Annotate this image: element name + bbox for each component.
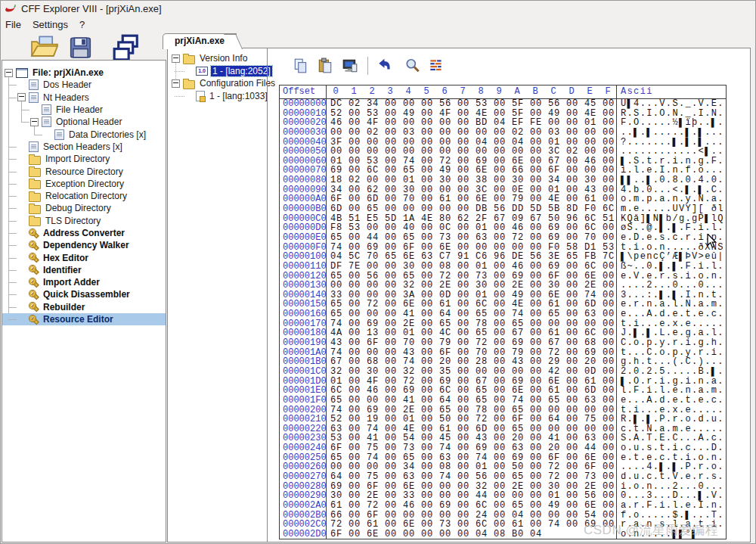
hex-row[interactable]: 00000110DF 7E 00 00 30 00 08 00 01 00 46… (280, 262, 726, 272)
tree-item-import-adder[interactable]: Import Adder (2, 276, 166, 288)
ascii-cell[interactable]: e...A.d.e.t.e.c. (617, 309, 726, 319)
ascii-cell[interactable]: Ü▌4...V.S._.V.E. (617, 99, 726, 109)
hex-row[interactable]: 0000013000 00 00 00 32 00 2E 00 30 00 2E… (280, 281, 726, 291)
hex-bytes-cell[interactable]: F8 53 00 00 40 00 0C 00 01 00 46 00 69 0… (327, 223, 617, 233)
hex-row[interactable]: 0000020074 00 69 00 2E 00 65 00 78 00 65… (280, 406, 726, 415)
ascii-cell[interactable]: ....4.▌.▌.P.r.o. (617, 462, 726, 472)
hex-bytes-cell[interactable]: 32 00 30 00 32 00 35 00 00 00 00 00 42 0… (327, 367, 617, 377)
hex-bytes-cell[interactable]: 74 00 69 00 2E 00 65 00 78 00 65 00 00 0… (327, 319, 617, 329)
hex-bytes-cell[interactable]: 74 00 00 00 43 00 6F 00 70 00 79 00 72 0… (327, 348, 617, 358)
tree-item-dependency-walker[interactable]: Dependency Walker (2, 239, 166, 251)
paste-icon[interactable] (317, 58, 333, 74)
tree-item-section-headers-x[interactable]: Section Headers [x] (2, 141, 166, 153)
ascii-cell[interactable]: e.r.n.a.l.N.a.m. (617, 300, 726, 309)
hex-bytes-cell[interactable]: 00 00 00 00 34 00 08 00 01 00 50 00 72 0… (327, 462, 617, 472)
ascii-cell[interactable]: a.r.F.i.l.e.I.n. (617, 501, 726, 511)
ascii-cell[interactable]: ..▌.▌.....▌.▌... (617, 128, 726, 138)
hex-row[interactable]: 0000009034 00 62 00 30 00 00 00 3C 00 0E… (280, 185, 726, 195)
hex-bytes-cell[interactable]: 74 00 69 00 2E 00 65 00 78 00 65 00 00 0… (327, 406, 617, 415)
hex-bytes-cell[interactable]: 4A 00 13 00 01 00 4C 00 65 00 67 00 61 0… (327, 328, 617, 338)
ascii-cell[interactable]: e.V.e.r.s.i.o.n. (617, 272, 726, 281)
ascii-cell[interactable]: ▌\pencÇ’Æ▌ÞV>eû| (617, 252, 726, 262)
ascii-cell[interactable]: ▌▌..▌.0.8.0.4.0. (617, 176, 726, 185)
tree-item-exception-directory[interactable]: Exception Directory (2, 178, 166, 190)
hex-bytes-cell[interactable]: 65 00 72 00 6E 00 61 00 6C 00 4E 00 61 0… (327, 300, 617, 309)
hex-row[interactable]: 0000019043 00 6F 00 70 00 79 00 72 00 69… (280, 338, 726, 348)
ascii-cell[interactable]: c.t.N.a.m.e..... (617, 424, 726, 434)
ascii-cell[interactable]: S.A.T.E.C...A.c. (617, 434, 726, 443)
hex-bytes-cell[interactable]: 33 00 00 00 3A 00 0D 00 01 00 49 00 6E 0… (327, 291, 617, 300)
ascii-cell[interactable]: t.i...e.x.e..... (617, 319, 726, 329)
hex-row[interactable]: 000002A061 00 72 00 46 00 69 00 6C 00 65… (280, 501, 726, 511)
cascade-windows-icon[interactable] (110, 33, 142, 62)
ascii-cell[interactable]: 4.b.0...<.▌.▌.C. (617, 185, 726, 195)
hex-row[interactable]: 000001804A 00 13 00 01 00 4C 00 65 00 67… (280, 328, 726, 338)
hex-bytes-cell[interactable]: 6F 00 6D 00 70 00 61 00 6E 00 79 00 4E 0… (327, 194, 617, 204)
hex-row[interactable]: 0000003000 00 02 00 03 00 00 00 00 00 02… (280, 128, 726, 138)
tree-item-quick-disassembler[interactable]: Quick Disassembler (2, 288, 166, 300)
tree-item-nt-headers[interactable]: Nt Headers (2, 92, 166, 104)
hex-row[interactable]: 0000010004 5C 70 65 6E 63 C7 91 C6 96 DE… (280, 252, 726, 262)
hex-row[interactable]: 000001A074 00 00 00 43 00 6F 00 70 00 79… (280, 348, 726, 358)
memory-write-icon[interactable] (342, 58, 358, 74)
hex-row[interactable]: 000001B067 00 68 00 74 00 20 00 28 00 43… (280, 357, 726, 367)
hex-bytes-cell[interactable]: 00 00 00 00 00 00 00 00 00 00 00 00 3C 0… (327, 147, 617, 157)
hex-bytes-cell[interactable]: 52 00 53 00 49 00 4F 00 4E 00 5F 00 49 0… (327, 109, 617, 119)
tree-item-1-lang-2052[interactable]: 1 - [lang:2052] (169, 65, 265, 78)
tree-item-address-converter[interactable]: Address Converter (2, 227, 166, 239)
hex-row[interactable]: 000002B066 00 6F 00 00 00 00 00 24 00 04… (280, 511, 726, 521)
ascii-cell[interactable]: t.i...e.x.e..... (617, 406, 726, 415)
hex-bytes-cell[interactable]: 4B 51 E5 5D 1A 4E 80 62 2F 67 09 67 50 9… (327, 214, 617, 224)
ascii-cell[interactable]: l.F.i.l.e.n.a.m. (617, 386, 726, 396)
hex-row[interactable]: 0000012065 00 56 00 65 00 72 00 73 00 69… (280, 272, 726, 281)
hex-row[interactable]: 000002406F 00 75 00 73 00 74 00 69 00 63… (280, 443, 726, 453)
go-to-offset-icon[interactable] (376, 58, 393, 74)
ascii-cell[interactable]: ?.......▌.▌.▌... (617, 138, 726, 148)
hex-row[interactable]: 0000017074 00 69 00 2E 00 65 00 78 00 65… (280, 319, 726, 329)
tree-item-rebuilder[interactable]: Rebuilder (2, 301, 166, 313)
tree-item-optional-header[interactable]: Optional Header (2, 116, 166, 128)
hex-bytes-cell[interactable]: 67 00 68 00 74 00 20 00 28 00 43 00 29 0… (327, 357, 617, 367)
hex-row[interactable]: 000000F074 00 69 00 6F 00 6E 00 00 00 00… (280, 243, 726, 253)
hex-bytes-cell[interactable]: 00 00 00 00 32 00 2E 00 30 00 2E 00 30 0… (327, 281, 617, 291)
hex-bytes-cell[interactable]: 52 00 19 00 01 00 50 00 72 00 6F 00 64 0… (327, 415, 617, 424)
hex-row[interactable]: 0000016065 00 00 00 41 00 64 00 65 00 74… (280, 309, 726, 319)
expand-toggle-icon[interactable] (17, 93, 26, 101)
hex-bytes-cell[interactable]: 65 00 44 00 65 00 73 00 63 00 72 00 69 0… (327, 233, 617, 243)
ascii-cell[interactable]: ▌.S.t.r.i.n.g.F. (617, 157, 726, 166)
ascii-cell[interactable]: ....2...0...0... (617, 281, 726, 291)
hex-row[interactable]: 000000A06F 00 6D 00 70 00 61 00 6E 00 79… (280, 194, 726, 204)
hex-bytes-cell[interactable]: 01 00 4F 00 72 00 69 00 67 00 69 00 6E 0… (327, 377, 617, 387)
hex-bytes-cell[interactable]: 18 02 00 00 01 00 30 00 38 00 30 00 34 0… (327, 176, 617, 185)
hex-row[interactable]: 0000008018 02 00 00 01 00 30 00 38 00 30… (280, 176, 726, 185)
hex-bytes-cell[interactable]: 65 00 00 00 41 00 64 00 65 00 74 00 65 0… (327, 309, 617, 319)
hex-bytes-cell[interactable]: 43 00 6F 00 70 00 79 00 72 00 69 00 67 0… (327, 338, 617, 348)
hex-bytes-cell[interactable]: 63 00 74 00 4E 00 61 00 6D 00 65 00 00 0… (327, 424, 617, 434)
hex-row[interactable]: 000001F065 00 00 00 41 00 64 00 65 00 74… (280, 396, 726, 406)
data-descriptor-icon[interactable] (428, 58, 445, 74)
hex-row[interactable]: 0000002046 00 4F 00 00 00 00 00 BD 04 EF… (280, 118, 726, 128)
hex-bytes-cell[interactable]: 01 00 53 00 74 00 72 00 69 00 6E 00 67 0… (327, 157, 617, 166)
ascii-cell[interactable]: 3...:.▌.▌.I.n.t. (617, 291, 726, 300)
hex-bytes-cell[interactable]: 65 00 00 00 41 00 64 00 65 00 74 00 65 0… (327, 396, 617, 406)
hex-bytes-cell[interactable]: 65 00 56 00 65 00 72 00 73 00 69 00 6F 0… (327, 272, 617, 281)
hex-row[interactable]: 000000C04B 51 E5 5D 1A 4E 80 62 2F 67 09… (280, 214, 726, 224)
menu-item-help[interactable]: ? (79, 19, 85, 30)
hex-row[interactable]: 00000000DC 02 34 00 00 00 56 00 53 00 5F… (280, 99, 726, 109)
hex-row[interactable]: 0000025065 00 74 00 65 00 63 00 74 00 69… (280, 453, 726, 463)
hex-row[interactable]: 000001D001 00 4F 00 72 00 69 00 67 00 69… (280, 377, 726, 387)
hex-bytes-cell[interactable]: 72 00 61 00 6E 00 73 00 6C 00 61 00 74 0… (327, 520, 617, 530)
ascii-cell[interactable]: d.u.c.t.V.e.r.s. (617, 472, 726, 482)
tree-item-resource-directory[interactable]: Resource Directory (2, 165, 166, 177)
hex-row[interactable]: 0000028069 00 6F 00 6E 00 00 00 32 00 2E… (280, 482, 726, 492)
hex-bytes-cell[interactable]: 46 00 4F 00 00 00 00 00 BD 04 EF FE 00 0… (327, 118, 617, 128)
hex-row[interactable]: 0000007069 00 6C 00 65 00 49 00 6E 00 66… (280, 166, 726, 176)
ascii-cell[interactable]: t...C.o.p.y.r.i. (617, 348, 726, 358)
hex-bytes-cell[interactable]: DF 7E 00 00 30 00 08 00 01 00 46 00 69 0… (327, 262, 617, 272)
tree-item-file-prjxian-exe[interactable]: File: prjXiAn.exe (2, 67, 166, 79)
hex-bytes-cell[interactable]: 53 00 41 00 54 00 45 00 43 00 20 00 41 0… (327, 434, 617, 443)
ascii-cell[interactable]: e...A.d.e.t.e.c. (617, 396, 726, 406)
hex-row[interactable]: 0000022063 00 74 00 4E 00 61 00 6D 00 65… (280, 424, 726, 434)
ascii-cell[interactable]: ............<▌.. (617, 147, 726, 157)
ascii-cell[interactable]: R.S.I.O.N._.I.N. (617, 109, 726, 119)
